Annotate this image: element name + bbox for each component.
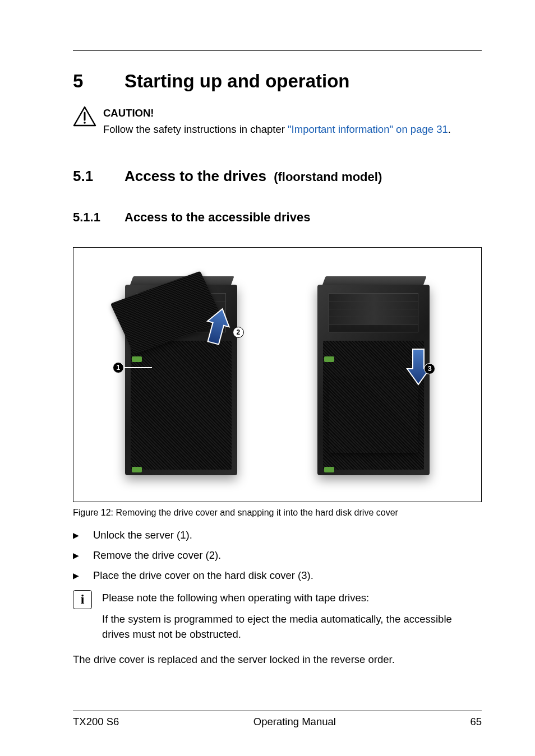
caution-text-suffix: . bbox=[448, 123, 451, 135]
figure-box: 1 2 bbox=[73, 247, 482, 502]
caution-block: CAUTION! Follow the safety instructions … bbox=[73, 106, 482, 137]
tower-right: 3 bbox=[295, 268, 452, 481]
step-bullet-icon: ▶ bbox=[73, 529, 93, 540]
step-text: Place the drive cover on the hard disk c… bbox=[93, 569, 313, 582]
callout-1: 1 bbox=[113, 362, 124, 373]
caution-label: CAUTION! bbox=[103, 106, 482, 120]
step-item: ▶ Remove the drive cover (2). bbox=[73, 549, 482, 562]
step-item: ▶ Place the drive cover on the hard disk… bbox=[73, 569, 482, 582]
subsection-title: Access to the accessible drives bbox=[124, 210, 310, 225]
arrow-up-icon bbox=[204, 307, 232, 346]
closing-text: The drive cover is replaced and the serv… bbox=[73, 653, 482, 666]
subsection-number: 5.1.1 bbox=[73, 210, 124, 225]
svg-point-1 bbox=[84, 122, 86, 124]
step-list: ▶ Unlock the server (1). ▶ Remove the dr… bbox=[73, 529, 482, 582]
info-block: i Please note the following when operati… bbox=[73, 590, 482, 642]
info-line1: Please note the following when operating… bbox=[102, 590, 482, 606]
chapter-title: Starting up and operation bbox=[124, 71, 350, 92]
chapter-heading: 5 Starting up and operation bbox=[73, 71, 482, 92]
callout-2: 2 bbox=[233, 327, 244, 338]
section-heading: 5.1 Access to the drives (floorstand mod… bbox=[73, 168, 482, 185]
footer-center: Operating Manual bbox=[253, 716, 336, 728]
step-text: Remove the drive cover (2). bbox=[93, 549, 221, 562]
caution-icon bbox=[73, 106, 96, 127]
info-line2: If the system is programmed to eject the… bbox=[102, 611, 482, 643]
step-item: ▶ Unlock the server (1). bbox=[73, 529, 482, 541]
step-text: Unlock the server (1). bbox=[93, 529, 192, 541]
subsection-heading: 5.1.1 Access to the accessible drives bbox=[73, 210, 482, 225]
footer-left: TX200 S6 bbox=[73, 716, 119, 728]
callout-3: 3 bbox=[424, 363, 435, 374]
caution-link[interactable]: "Important information" on page 31 bbox=[288, 123, 448, 135]
section-suffix: (floorstand model) bbox=[274, 170, 382, 184]
caution-text-prefix: Follow the safety instructions in chapte… bbox=[103, 123, 288, 135]
section-number: 5.1 bbox=[73, 168, 124, 185]
section-title: Access to the drives bbox=[124, 168, 266, 184]
tower-left: 1 2 bbox=[103, 268, 260, 481]
figure-caption: Figure 12: Removing the drive cover and … bbox=[73, 508, 482, 518]
header-rule bbox=[73, 50, 482, 51]
step-bullet-icon: ▶ bbox=[73, 569, 93, 580]
footer-right: 65 bbox=[470, 716, 482, 728]
info-icon: i bbox=[73, 590, 92, 609]
footer: TX200 S6 Operating Manual 65 bbox=[73, 711, 482, 728]
step-bullet-icon: ▶ bbox=[73, 549, 93, 560]
chapter-number: 5 bbox=[73, 71, 124, 92]
